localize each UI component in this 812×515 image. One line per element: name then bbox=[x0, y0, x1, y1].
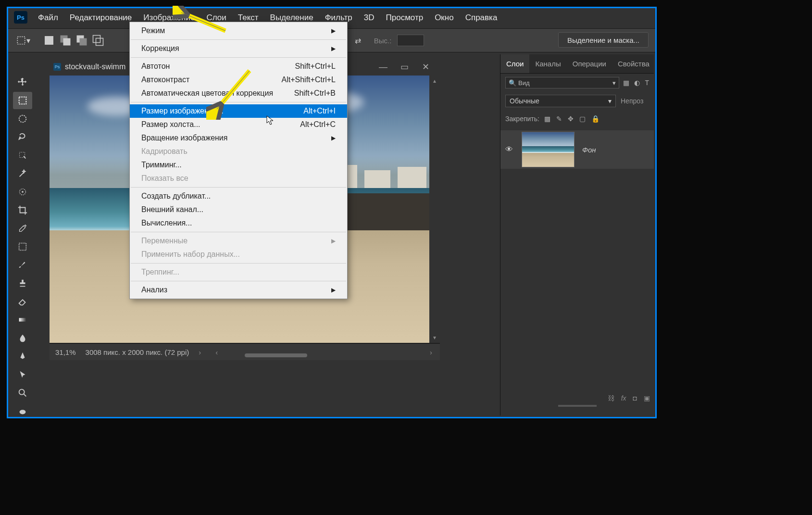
scroll-down-icon[interactable]: ▾ bbox=[429, 334, 440, 341]
svg-point-16 bbox=[20, 410, 26, 414]
menu-item-label: Размер изображения... bbox=[141, 107, 224, 115]
layer-name[interactable]: Фон bbox=[582, 146, 596, 154]
filter-text-icon[interactable]: T bbox=[645, 79, 649, 87]
path-select-tool[interactable] bbox=[13, 366, 32, 383]
lock-label: Закрепить: bbox=[505, 115, 539, 123]
menu-3d[interactable]: 3D bbox=[358, 10, 380, 25]
link-layers-icon[interactable]: ⛓ bbox=[608, 394, 614, 402]
close-button[interactable]: ✕ bbox=[415, 60, 436, 74]
tab-channels[interactable]: Каналы bbox=[529, 54, 566, 73]
menu-item-label: Вычисления... bbox=[141, 219, 192, 227]
tools-panel bbox=[10, 70, 35, 420]
menu-item-20: Применить набор данных... bbox=[130, 248, 347, 261]
scroll-up-icon[interactable]: ▴ bbox=[429, 77, 440, 84]
gradient-tool[interactable] bbox=[13, 311, 32, 328]
lock-artboard-icon[interactable]: ▢ bbox=[579, 115, 586, 123]
ellipse-marquee-tool[interactable] bbox=[13, 110, 32, 127]
brush-tool[interactable] bbox=[13, 256, 32, 274]
submenu-arrow-icon: ▶ bbox=[331, 135, 336, 141]
blend-mode-select[interactable]: Обычные▾ bbox=[505, 95, 616, 107]
menu-window[interactable]: Окно bbox=[429, 10, 460, 25]
select-and-mask-button[interactable]: Выделение и маска... bbox=[558, 32, 649, 48]
menu-item-2[interactable]: Коррекция▶ bbox=[130, 42, 347, 55]
menu-item-label: Автоматическая цветовая коррекция bbox=[141, 89, 273, 98]
marquee-tool-preset-icon[interactable]: ▾ bbox=[16, 34, 30, 47]
lock-position-icon[interactable]: ✥ bbox=[568, 115, 574, 123]
status-arrow-icon[interactable]: › bbox=[199, 348, 201, 356]
submenu-arrow-icon: ▶ bbox=[331, 287, 336, 293]
vertical-scrollbar[interactable]: ▴ ▾ bbox=[429, 75, 440, 343]
selection-add-icon[interactable] bbox=[58, 34, 73, 47]
scroll-right-icon[interactable]: › bbox=[430, 348, 432, 356]
tab-actions[interactable]: Операции bbox=[567, 54, 612, 73]
menu-view[interactable]: Просмотр bbox=[380, 10, 429, 25]
menu-help[interactable]: Справка bbox=[460, 10, 503, 25]
zoom-level[interactable]: 31,1% bbox=[55, 348, 76, 356]
menu-item-label: Треппинг... bbox=[141, 268, 179, 276]
menu-item-15[interactable]: Создать дубликат... bbox=[130, 189, 347, 203]
tab-properties[interactable]: Свойства bbox=[612, 54, 655, 73]
menu-edit[interactable]: Редактирование bbox=[64, 10, 138, 25]
menu-item-label: Тримминг... bbox=[141, 161, 182, 169]
menu-file[interactable]: Файл bbox=[32, 10, 64, 25]
layer-fx-icon[interactable]: fx bbox=[621, 394, 626, 402]
lock-all-icon[interactable]: 🔒 bbox=[591, 115, 600, 123]
spot-heal-tool[interactable] bbox=[13, 183, 32, 201]
document-dimensions: 3008 пикс. x 2000 пикс. (72 ppi) bbox=[86, 348, 189, 356]
menu-item-label: Автоконтраст bbox=[141, 75, 189, 84]
menu-item-12[interactable]: Тримминг... bbox=[130, 158, 347, 172]
selection-intersect-icon[interactable] bbox=[91, 34, 105, 47]
move-tool[interactable] bbox=[13, 74, 32, 91]
lock-paint-icon[interactable]: ✎ bbox=[556, 115, 562, 123]
filter-adjust-icon[interactable]: ◐ bbox=[634, 79, 640, 87]
eraser-tool[interactable] bbox=[13, 293, 32, 310]
new-layer-icon[interactable]: ▣ bbox=[644, 394, 650, 402]
lasso-tool[interactable] bbox=[13, 128, 32, 146]
menu-item-5[interactable]: АвтоконтрастAlt+Shift+Ctrl+L bbox=[130, 73, 347, 87]
layer-visibility-icon[interactable]: 👁 bbox=[505, 145, 514, 154]
height-input[interactable] bbox=[397, 35, 424, 46]
frame-tool[interactable] bbox=[13, 238, 32, 255]
menu-item-9[interactable]: Размер холста...Alt+Ctrl+C bbox=[130, 118, 347, 131]
marquee-tool[interactable] bbox=[13, 92, 32, 109]
horizontal-scrollbar[interactable] bbox=[245, 353, 307, 357]
zoom-tool[interactable] bbox=[13, 384, 32, 402]
menu-item-10[interactable]: Вращение изображения▶ bbox=[130, 131, 347, 145]
menu-item-8[interactable]: Размер изображения...Alt+Ctrl+I bbox=[130, 104, 347, 118]
menu-item-24[interactable]: Анализ▶ bbox=[130, 283, 347, 297]
scroll-left-icon[interactable]: ‹ bbox=[215, 348, 218, 356]
swap-dims-icon[interactable]: ⇄ bbox=[351, 34, 365, 47]
pen-tool[interactable] bbox=[13, 348, 32, 365]
menu-item-16[interactable]: Внешний канал... bbox=[130, 203, 347, 216]
layer-thumbnail[interactable] bbox=[522, 132, 575, 167]
filter-pixel-icon[interactable]: ▦ bbox=[623, 79, 629, 87]
layers-panel-footer: ⛓ fx ◘ ▣ bbox=[608, 394, 650, 402]
eyedropper-tool[interactable] bbox=[13, 220, 32, 237]
menu-separator bbox=[131, 232, 346, 232]
layer-filter-select[interactable]: 🔍 Вид ▾ bbox=[505, 77, 619, 88]
lock-transparent-icon[interactable]: ▩ bbox=[544, 115, 550, 123]
menu-item-17[interactable]: Вычисления... bbox=[130, 216, 347, 230]
selection-new-icon[interactable] bbox=[42, 34, 56, 47]
menu-item-label: Размер холста... bbox=[141, 120, 200, 129]
panel-resize-handle[interactable] bbox=[558, 405, 597, 407]
menu-item-4[interactable]: АвтотонShift+Ctrl+L bbox=[130, 60, 347, 73]
minimize-button[interactable]: — bbox=[373, 60, 394, 74]
magic-wand-tool[interactable] bbox=[13, 165, 32, 182]
stamp-tool[interactable] bbox=[13, 275, 32, 292]
submenu-arrow-icon: ▶ bbox=[331, 27, 336, 34]
layer-mask-icon[interactable]: ◘ bbox=[633, 394, 637, 402]
photoshop-logo-icon: Ps bbox=[14, 11, 27, 24]
menu-item-6[interactable]: Автоматическая цветовая коррекцияShift+C… bbox=[130, 87, 347, 100]
tab-layers[interactable]: Слои bbox=[500, 54, 529, 73]
blur-tool[interactable] bbox=[13, 329, 32, 347]
menu-item-0[interactable]: Режим▶ bbox=[130, 24, 347, 38]
maximize-button[interactable]: ▭ bbox=[394, 60, 415, 74]
svg-rect-7 bbox=[96, 38, 103, 46]
layer-row[interactable]: 👁 Фон bbox=[500, 130, 654, 169]
svg-rect-3 bbox=[63, 38, 71, 46]
hand-tool[interactable] bbox=[13, 402, 32, 420]
crop-tool[interactable] bbox=[13, 201, 32, 219]
quick-select-tool[interactable] bbox=[13, 147, 32, 164]
selection-subtract-icon[interactable] bbox=[75, 34, 89, 47]
